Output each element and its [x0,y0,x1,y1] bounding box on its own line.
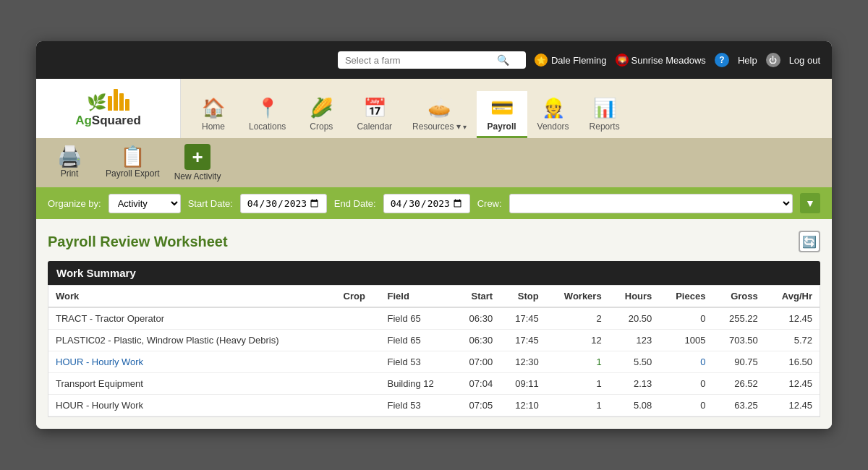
new-activity-label: New Activity [174,171,221,181]
work-cell: PLASTIC02 - Plastic, Windrow Plastic (He… [48,330,336,351]
field-cell: Field 65 [380,307,454,330]
table-row: PLASTIC02 - Plastic, Windrow Plastic (He… [48,330,820,351]
nav-items: 🏠 Home 📍 Locations 🌽 Crops 📅 Calendar 🥧 … [181,79,832,138]
field-cell: Field 53 [380,395,454,416]
organize-by-select[interactable]: Activity [109,194,181,213]
refresh-button[interactable]: 🔄 [799,231,820,252]
nav-label-calendar: Calendar [357,121,392,132]
new-activity-button[interactable]: + New Activity [174,144,221,181]
logo-icon: 🌿 [87,89,129,111]
help-link[interactable]: Help [738,55,757,66]
crop-cell [336,395,380,416]
logo-text: AgSquared [75,114,141,128]
nav-label-locations: Locations [249,121,286,132]
table-row: TRACT - Tractor Operator Field 65 06:30 … [48,307,820,330]
toolbar: 🖨️ Print 📋 Payroll Export + New Activity [36,138,832,187]
nav-label-vendors: Vendors [537,121,569,132]
work-link[interactable]: HOUR - Hourly Work [56,356,143,367]
hours-cell: 123 [609,330,660,351]
nav-label-home: Home [202,121,225,132]
vendors-icon: 👷 [542,97,565,119]
work-cell: TRACT - Tractor Operator [48,307,336,330]
logo-area: 🌿 AgSquared [36,79,181,138]
logo-squared: Squared [92,114,141,127]
print-button[interactable]: 🖨️ Print [48,147,91,179]
pieces-cell: 1005 [659,330,712,351]
nav-item-home[interactable]: 🏠 Home [188,91,239,138]
crop-cell [336,351,380,373]
crew-label: Crew: [477,198,502,209]
gross-cell: 255.22 [712,307,765,330]
end-date-input[interactable] [383,194,470,213]
nav-label-resources: Resources ▾ [412,121,466,132]
table-body: TRACT - Tractor Operator Field 65 06:30 … [48,307,820,416]
nav-item-payroll[interactable]: 💳 Payroll [477,91,527,138]
farm-badge: 🌄 Sunrise Meadows [616,54,706,67]
crew-select[interactable] [509,194,793,213]
col-hours: Hours [609,286,660,307]
workers-cell: 12 [546,330,609,351]
new-activity-icon: + [184,144,210,170]
nav-label-crops: Crops [310,121,333,132]
logo-leaf: 🌿 [87,95,106,111]
gross-cell: 63.25 [712,395,765,416]
bar4 [125,99,129,111]
start-date-input[interactable] [240,194,327,213]
col-workers: Workers [546,286,609,307]
col-stop: Stop [500,286,546,307]
help-icon: ? [715,53,729,67]
avghr-cell: 12.45 [765,307,820,330]
payroll-icon: 💳 [490,97,514,119]
stop-cell: 12:30 [500,351,546,373]
filter-collapse-button[interactable]: ▼ [800,193,820,213]
search-box[interactable]: 🔍 [338,51,526,69]
nav-item-reports[interactable]: 📊 Reports [579,91,630,138]
stop-cell: 12:10 [500,395,546,416]
start-cell: 07:05 [454,395,501,416]
farm-name: Sunrise Meadows [631,55,706,66]
user-name: Dale Fleming [551,55,607,66]
nav-label-reports: Reports [590,121,620,132]
work-summary-table: Work Crop Field Start Stop Workers Hours… [48,286,820,416]
nav-item-locations[interactable]: 📍 Locations [239,91,296,138]
logo-ag: Ag [75,114,92,127]
nav-item-calendar[interactable]: 📅 Calendar [346,91,402,138]
app-window: 🔍 ⭐ Dale Fleming 🌄 Sunrise Meadows ? Hel… [36,41,832,429]
work-summary-header: Work Summary [48,261,820,285]
table-row: Transport Equipment Building 12 07:04 09… [48,373,820,395]
nav-item-vendors[interactable]: 👷 Vendors [527,91,579,138]
user-avatar: ⭐ [535,54,548,67]
top-bar-right: ⭐ Dale Fleming 🌄 Sunrise Meadows ? Help … [535,53,820,67]
workers-cell: 1 [546,373,609,395]
calendar-icon: 📅 [363,97,386,119]
stop-cell: 09:11 [500,373,546,395]
table-container: Work Crop Field Start Stop Workers Hours… [48,285,820,417]
nav-label-payroll: Payroll [488,121,516,132]
print-icon: 🖨️ [57,147,82,167]
field-cell: Building 12 [380,373,454,395]
gross-cell: 90.75 [712,351,765,373]
workers-cell: 1 [546,395,609,416]
col-field: Field [380,286,454,307]
search-input[interactable] [345,55,497,66]
organize-by-label: Organize by: [48,198,101,209]
avghr-cell: 12.45 [765,395,820,416]
payroll-export-button[interactable]: 📋 Payroll Export [106,147,160,179]
resources-icon: 🥧 [427,97,451,119]
nav-item-crops[interactable]: 🌽 Crops [296,91,346,138]
worksheet-title: Payroll Review Worksheet [48,234,228,250]
worksheet-title-row: Payroll Review Worksheet 🔄 [48,231,820,252]
crop-cell [336,373,380,395]
avghr-cell: 12.45 [765,373,820,395]
logout-link[interactable]: Log out [789,55,820,66]
print-label: Print [61,168,79,179]
pieces-cell: 0 [659,395,712,416]
hours-cell: 5.50 [609,351,660,373]
nav-item-resources[interactable]: 🥧 Resources ▾ [402,91,476,138]
logout-icon: ⏻ [766,53,780,67]
bar2 [114,89,118,111]
gross-cell: 26.52 [712,373,765,395]
locations-icon: 📍 [256,97,279,119]
stop-cell: 17:45 [500,330,546,351]
home-icon: 🏠 [202,97,225,119]
